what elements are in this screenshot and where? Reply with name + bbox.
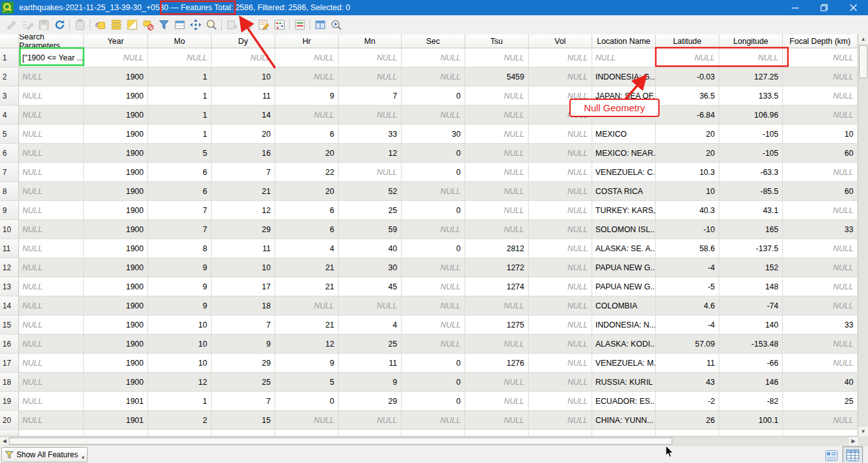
table-row[interactable]: 8NULL19006212052NULLNULLNULLCOSTA RICA10… (0, 182, 858, 201)
cell-search-parameters[interactable]: NULL (19, 86, 84, 106)
cell-tsu[interactable]: 1276 (465, 354, 529, 373)
cell-sec[interactable]: NULL (402, 106, 465, 125)
conditional-formatting-button[interactable] (292, 17, 308, 33)
cell-latitude[interactable] (656, 430, 719, 436)
cell-mn[interactable]: 25 (339, 201, 402, 220)
cell-search-parameters[interactable]: NULL (19, 220, 84, 239)
cell-dy[interactable]: 12 (212, 201, 275, 220)
cell-longitude[interactable]: 106.96 (719, 106, 783, 125)
cell-vol[interactable]: NULL (529, 315, 592, 335)
cell-longitude[interactable]: 43.1 (719, 201, 783, 220)
table-row[interactable]: 11NULL190081144002812NULLALASKA: SE. A..… (0, 239, 858, 258)
cell-vol[interactable]: NULL (529, 201, 592, 220)
cell-focal-depth[interactable]: NULL (783, 296, 858, 315)
cell-latitude[interactable]: 43 (656, 373, 719, 392)
cell-tsu[interactable]: NULL (465, 201, 529, 220)
cell-mo[interactable]: 9 (148, 258, 212, 277)
cell-year[interactable]: 1900 (84, 201, 148, 220)
cell-vol[interactable]: NULL (529, 144, 592, 163)
cell-dy[interactable]: 20 (212, 125, 275, 144)
cell-longitude[interactable]: -137.5 (719, 239, 783, 258)
cell-hr[interactable]: 20 (275, 144, 339, 163)
table-row[interactable]: 16NULL19001091225NULLNULLNULLALASKA: KOD… (0, 335, 858, 354)
cell-mo[interactable]: 1 (148, 125, 212, 144)
cell-sec[interactable]: NULL (402, 67, 465, 86)
cell-location-name[interactable]: ALASKA: SE. A... (592, 239, 656, 258)
cell-longitude[interactable]: 140 (719, 315, 783, 335)
cell-tsu[interactable]: 1275 (465, 315, 529, 335)
cell-year[interactable]: 1900 (84, 125, 148, 144)
row-number[interactable]: 3 (0, 86, 19, 106)
cell-dy[interactable]: 16 (212, 144, 275, 163)
cell-focal-depth[interactable]: NULL (783, 258, 858, 277)
cell-mo[interactable]: 6 (148, 163, 212, 182)
cell-vol[interactable]: NULL (529, 373, 592, 392)
cell-vol[interactable]: NULL (529, 220, 592, 239)
cell-mo[interactable]: 2 (148, 411, 212, 430)
cell-search-parameters[interactable]: NULL (19, 411, 84, 430)
cell-search-parameters[interactable]: NULL (19, 67, 84, 86)
cell-location-name[interactable]: INDONESIA: N... (592, 315, 656, 335)
cell-focal-depth[interactable]: 10 (783, 125, 858, 144)
new-field-button[interactable] (224, 17, 240, 33)
cell-mo[interactable]: 10 (148, 335, 212, 354)
cell-focal-depth[interactable]: NULL (783, 201, 858, 220)
column-header-sec[interactable]: Sec (402, 34, 465, 48)
cell-location-name[interactable]: PAPUA NEW G... (592, 258, 656, 277)
cell-location-name[interactable]: SOLOMON ISL... (592, 220, 656, 239)
cell-year[interactable]: 1901 (84, 392, 148, 411)
cell-year[interactable]: 1900 (84, 144, 148, 163)
cell-focal-depth[interactable]: NULL (783, 86, 858, 106)
cell-hr[interactable]: 22 (275, 163, 339, 182)
cell-tsu[interactable]: NULL (465, 296, 529, 315)
cell-longitude[interactable]: -105 (719, 144, 783, 163)
cell-location-name[interactable]: TURKEY: KARS,... (592, 201, 656, 220)
field-calculator-button[interactable] (271, 17, 287, 33)
cell-mo[interactable] (148, 430, 212, 436)
cell-latitude[interactable]: -6.84 (656, 106, 719, 125)
delete-field-button[interactable] (240, 17, 255, 33)
cell-focal-depth[interactable]: NULL (783, 335, 858, 354)
cell-vol[interactable]: NULL (529, 277, 592, 296)
cell-location-name[interactable] (592, 430, 656, 436)
select-by-expression-button[interactable]: ε (92, 17, 108, 33)
cell-hr[interactable]: NULL (275, 67, 339, 86)
cell-longitude[interactable]: -82 (719, 392, 783, 411)
reload-table-button[interactable] (51, 17, 67, 33)
cell-focal-depth[interactable]: NULL (783, 48, 858, 67)
cell-mn[interactable]: 7 (339, 86, 402, 106)
cell-latitude[interactable]: 10 (656, 182, 719, 201)
cell-longitude[interactable]: -153.48 (719, 335, 783, 354)
cell-search-parameters[interactable]: NULL (19, 373, 84, 392)
column-header-vol[interactable]: Vol (529, 34, 592, 48)
cell-mo[interactable]: 12 (148, 373, 212, 392)
cell-tsu[interactable]: NULL (465, 86, 529, 106)
cell-mn[interactable]: 9 (339, 373, 402, 392)
cell-year[interactable]: 1900 (84, 315, 148, 335)
cell-mn[interactable]: NULL (339, 48, 402, 67)
show-all-features-button[interactable]: Show All Features ▾ (1, 447, 88, 462)
column-header-hr[interactable]: Hr (275, 34, 339, 48)
row-number[interactable]: 16 (0, 335, 19, 354)
pan-to-selection-button[interactable] (187, 17, 203, 33)
row-number[interactable]: 6 (0, 144, 19, 163)
cell-longitude[interactable] (719, 430, 783, 436)
cell-search-parameters[interactable]: NULL (19, 258, 84, 277)
scroll-up-arrow[interactable]: ▲ (858, 34, 868, 44)
cell-year[interactable]: 1900 (84, 182, 148, 201)
table-row[interactable]: 5NULL190012063330NULLNULLMEXICO20-10510 (0, 125, 858, 144)
cell-search-parameters[interactable]: ["1900 <= Year ... (19, 48, 84, 67)
cell-tsu[interactable]: NULL (465, 144, 529, 163)
cell-sec[interactable]: NULL (402, 335, 465, 354)
table-row[interactable]: 1["1900 <= Year ...NULLNULLNULLNULLNULLN… (0, 48, 858, 67)
cell-sec[interactable]: 0 (402, 239, 465, 258)
table-row[interactable]: 3NULL1900111970NULLNULLJAPAN: SEA OF...3… (0, 86, 858, 106)
table-row[interactable]: 20NULL1901215NULLNULLNULLNULLNULLCHINA: … (0, 411, 858, 430)
cell-year[interactable]: 1901 (84, 411, 148, 430)
cell-tsu[interactable]: NULL (465, 392, 529, 411)
vertical-scrollbar[interactable]: ▲ ▼ (858, 34, 868, 436)
horizontal-scrollbar[interactable]: ◀ ▶ (0, 436, 858, 445)
cell-search-parameters[interactable]: NULL (19, 163, 84, 182)
cell-year[interactable]: 1900 (84, 239, 148, 258)
cell-search-parameters[interactable]: NULL (19, 125, 84, 144)
